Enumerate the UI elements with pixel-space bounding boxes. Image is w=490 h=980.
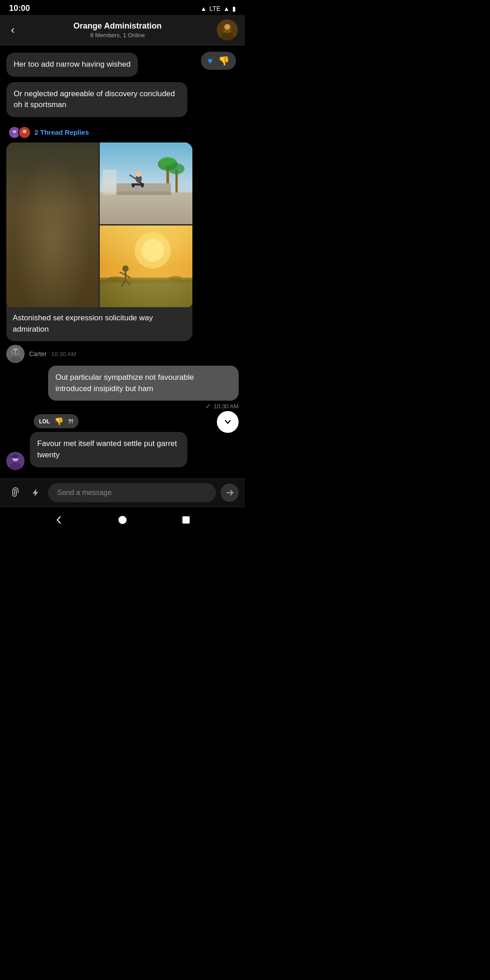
svg-point-68 [16, 351, 18, 353]
svg-rect-40 [117, 191, 171, 195]
image-grid [6, 142, 192, 307]
message-1: Her too add narrow having wished [6, 53, 138, 79]
sender-info: Carter 10:30 AM [6, 345, 192, 363]
attachment-button[interactable] [6, 485, 23, 501]
svg-line-11 [73, 142, 82, 224]
svg-rect-55 [100, 278, 192, 283]
svg-point-20 [55, 217, 61, 224]
status-bar: 10:00 ▲ LTE ▲ ▮ [0, 0, 245, 15]
signal-icon: ▲ [223, 5, 230, 12]
status-time: 10:00 [9, 4, 30, 13]
bubble-5[interactable]: Out particular sympathize not favourable… [48, 366, 239, 401]
svg-point-52 [135, 232, 171, 269]
svg-point-19 [44, 217, 50, 224]
bubble-4[interactable]: Astonished set expression solicitude way… [6, 142, 192, 341]
svg-point-42 [132, 185, 135, 187]
svg-point-29 [40, 297, 52, 304]
svg-line-58 [120, 272, 126, 275]
react-question[interactable]: ?! [68, 418, 73, 425]
back-button[interactable]: ‹ [7, 22, 18, 38]
svg-marker-18 [59, 196, 69, 209]
chat-header: ‹ Orange Administration 8 Members, 1 Onl… [0, 15, 245, 45]
svg-marker-15 [34, 192, 46, 210]
svg-point-37 [168, 163, 185, 174]
message-time-4: 10:30 AM [51, 351, 76, 358]
sender-avatar-carter [6, 345, 24, 363]
message-6-text: Favour met itself wanted settle put garr… [37, 439, 177, 459]
svg-rect-27 [41, 276, 50, 301]
message-5-text: Out particular sympathize not favourable… [55, 373, 194, 393]
svg-line-59 [126, 275, 130, 278]
svg-point-62 [108, 276, 126, 282]
svg-point-23 [47, 220, 48, 221]
thread-replies-text[interactable]: 2 Thread Replies [34, 128, 89, 136]
bolt-button[interactable] [27, 485, 44, 501]
home-nav-button[interactable] [116, 514, 129, 526]
recents-nav-button[interactable] [180, 514, 192, 526]
bubble-6[interactable]: Favour met itself wanted settle put garr… [30, 432, 187, 467]
svg-point-22 [56, 219, 59, 222]
message-5: Out particular sympathize not favourable… [48, 366, 239, 410]
reaction-popup-2[interactable]: LOL 👎 ?! [34, 414, 78, 428]
svg-rect-9 [6, 233, 98, 307]
svg-point-45 [136, 172, 142, 177]
svg-point-13 [28, 224, 78, 288]
bubble-1[interactable]: Her too add narrow having wished [6, 53, 138, 77]
thread-avatar-2 [18, 126, 31, 139]
svg-point-67 [13, 351, 15, 353]
header-center: Orange Administration 8 Members, 1 Onlin… [18, 21, 217, 39]
group-avatar[interactable] [217, 20, 238, 40]
svg-point-56 [122, 265, 129, 272]
svg-marker-16 [59, 192, 71, 210]
svg-rect-28 [55, 276, 64, 301]
svg-rect-8 [6, 142, 98, 307]
bubble-2[interactable]: Or neglected agreeable of discovery conc… [6, 82, 187, 117]
lte-label: LTE [210, 5, 221, 12]
react-heart-button[interactable]: ♥ [207, 56, 213, 66]
message-1-text: Her too add narrow having wished [14, 60, 131, 69]
svg-point-53 [142, 239, 164, 262]
media-caption: Astonished set expression solicitude way… [13, 314, 153, 333]
message-input[interactable]: Send a message [48, 483, 216, 502]
wifi-icon: ▲ [201, 5, 207, 12]
reaction-popup-2-wrapper: LOL 👎 ?! [34, 414, 78, 430]
chat-area: ♥ 👎 Her too add narrow having wished Or … [0, 45, 245, 478]
svg-point-43 [141, 185, 144, 187]
svg-rect-49 [105, 172, 109, 176]
wolf-image [6, 142, 98, 307]
battery-icon: ▮ [232, 5, 236, 12]
svg-rect-51 [100, 225, 192, 307]
svg-line-61 [126, 280, 130, 284]
chat-title: Orange Administration [18, 21, 217, 31]
chat-subtitle: 8 Members, 1 Online [18, 32, 217, 39]
send-button[interactable] [220, 484, 239, 502]
svg-point-63 [169, 276, 182, 280]
svg-rect-54 [100, 280, 192, 307]
reaction-popup[interactable]: ♥ 👎 [201, 52, 236, 70]
message-placeholder: Send a message [57, 489, 112, 496]
svg-line-12 [41, 142, 46, 211]
svg-rect-41 [132, 183, 144, 186]
sunset-image [100, 225, 192, 307]
skate-image [100, 142, 192, 224]
thread-replies[interactable]: 2 Thread Replies [8, 126, 239, 139]
back-nav-button[interactable] [53, 514, 65, 526]
svg-rect-48 [103, 170, 117, 195]
scroll-down-button[interactable] [217, 411, 239, 433]
svg-rect-38 [100, 192, 192, 224]
react-thumb-2[interactable]: 👎 [54, 417, 64, 426]
svg-rect-39 [117, 183, 171, 195]
svg-point-30 [54, 297, 65, 304]
input-bar: Send a message [0, 478, 245, 507]
svg-rect-50 [111, 172, 114, 176]
svg-rect-73 [182, 516, 190, 524]
react-lol[interactable]: LOL [39, 418, 50, 425]
svg-point-24 [58, 220, 59, 221]
outgoing-time-row: ✓ 10:30 AM [48, 402, 239, 410]
svg-line-60 [122, 280, 126, 286]
react-dislike-button[interactable]: 👎 [218, 55, 230, 66]
thread-avatars [8, 126, 31, 139]
message-2-text: Or neglected agreeable of discovery conc… [14, 89, 175, 109]
message-6: Favour met itself wanted settle put garr… [6, 432, 187, 470]
message-4: Astonished set expression solicitude way… [6, 142, 192, 363]
